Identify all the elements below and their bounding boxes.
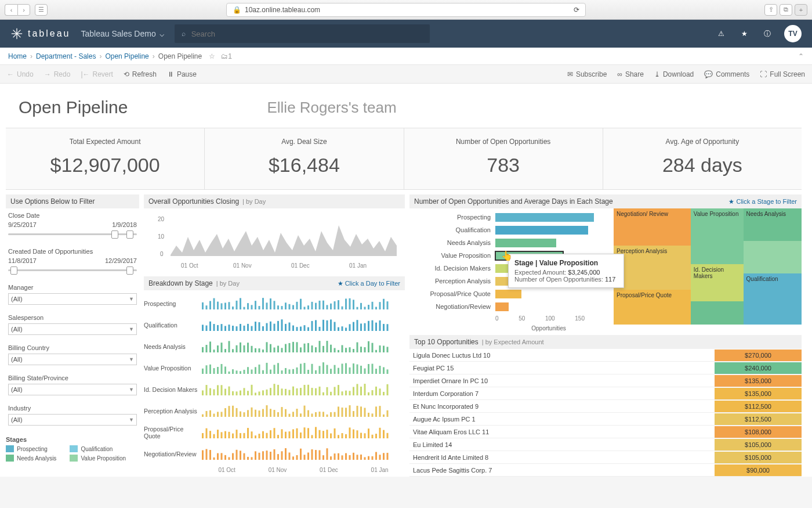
refresh-button[interactable]: ⟲Refresh xyxy=(124,70,157,78)
created-date-slider[interactable] xyxy=(8,266,137,275)
url-bar[interactable]: 🔒 10az.online.tableau.com ⟳ xyxy=(226,3,586,17)
treemap-cell[interactable]: Perception Analysis xyxy=(614,246,691,290)
breadcrumb-workbook[interactable]: Open Pipeline xyxy=(105,52,148,60)
top10-row[interactable]: Lacus Pede Sagittis Corp. 7$90,000 xyxy=(409,464,802,477)
comments-button[interactable]: 💬Comments xyxy=(704,70,749,78)
svg-rect-193 xyxy=(322,362,324,374)
subscribe-button[interactable]: ✉Subscribe xyxy=(567,70,607,78)
favorites-icon[interactable]: ★ xyxy=(738,27,751,40)
billing-state-select[interactable]: (All)▼ xyxy=(8,384,137,395)
breakdown-row[interactable]: Proposal/Price Quote xyxy=(144,421,405,443)
reload-icon[interactable]: ⟳ xyxy=(574,6,579,14)
search-input[interactable] xyxy=(191,30,423,38)
pause-button[interactable]: ⏸Pause xyxy=(167,70,197,78)
breakdown-hint[interactable]: ★ Click a Day to Filter xyxy=(338,280,400,287)
stage-bar-row[interactable]: Needs Analysis xyxy=(414,236,602,249)
legend-item[interactable]: Needs Analysis xyxy=(6,455,70,462)
svg-rect-224 xyxy=(251,384,253,395)
svg-rect-45 xyxy=(330,303,332,309)
breakdown-row[interactable]: Prospecting xyxy=(144,293,405,314)
closing-area-chart[interactable]: 20 10 0 01 Oct 01 Nov 01 Dec 01 Jan xyxy=(144,208,405,276)
share-button[interactable]: ∞Share xyxy=(617,70,644,78)
svg-rect-294 xyxy=(327,414,328,416)
breakdown-row[interactable]: Perception Analysis xyxy=(144,400,405,421)
back-button[interactable]: ‹ xyxy=(5,4,17,16)
breakdown-row[interactable]: Negotiation/Review xyxy=(144,443,405,464)
stage-bar-row[interactable]: Proposal/Price Quote xyxy=(414,287,602,300)
top10-row[interactable]: Imperdiet Ornare In PC 10$135,000 xyxy=(409,374,802,387)
svg-rect-331 xyxy=(277,435,279,438)
svg-rect-324 xyxy=(251,431,253,438)
breakdown-row[interactable]: Value Proposition xyxy=(144,357,405,379)
breakdown-row[interactable]: Qualification xyxy=(144,314,405,336)
avatar[interactable]: TV xyxy=(784,25,802,42)
svg-rect-19 xyxy=(232,306,234,309)
alerts-icon[interactable]: ⚠ xyxy=(715,27,727,40)
treemap-cell[interactable] xyxy=(691,301,744,325)
search-box[interactable]: ⌕ xyxy=(175,24,430,43)
kpi-card[interactable]: Avg. Age of Opportunity284 days xyxy=(603,128,802,189)
top10-row[interactable]: Interdum Corporation 7$135,000 xyxy=(409,387,802,400)
breadcrumb-home[interactable]: Home xyxy=(8,52,27,60)
treemap-cell[interactable]: Negotiation/ Review xyxy=(614,208,691,246)
top10-row[interactable]: Et Nunc Incorporated 9$112,500 xyxy=(409,400,802,413)
views-icon[interactable]: 🗂1 xyxy=(221,52,232,60)
breakdown-chart[interactable]: ProspectingQualificationNeeds AnalysisVa… xyxy=(144,290,405,467)
top10-row[interactable]: Hendrerit Id Ante Limited 8$105,000 xyxy=(409,451,802,464)
kpi-card[interactable]: Number of Open Opportunities783 xyxy=(404,128,603,189)
tableau-logo[interactable]: tableau xyxy=(10,27,71,40)
treemap-cell[interactable] xyxy=(744,241,802,273)
stage-bar-row[interactable]: Qualification xyxy=(414,224,602,236)
stages-hint[interactable]: ★ Click a Stage to Filter xyxy=(728,198,797,206)
top10-row[interactable]: Vitae Aliquam Eros LLC 11$108,000 xyxy=(409,426,802,438)
top10-row[interactable]: Ligula Donec Luctus Ltd 10$270,000 xyxy=(409,349,802,362)
star-icon[interactable]: ☆ xyxy=(209,52,215,60)
forward-button[interactable]: › xyxy=(17,4,30,16)
svg-rect-300 xyxy=(349,405,351,417)
svg-rect-358 xyxy=(379,427,381,438)
tabs-icon[interactable]: ⧉ xyxy=(780,4,792,16)
kpi-card[interactable]: Avg. Deal Size$16,484 xyxy=(205,128,404,189)
svg-rect-60 xyxy=(387,301,389,309)
revert-button[interactable]: |←Revert xyxy=(81,70,113,78)
breakdown-row[interactable]: Needs Analysis xyxy=(144,336,405,357)
industry-select[interactable]: (All)▼ xyxy=(8,414,137,426)
treemap-cell[interactable]: Proposal/Price Quote xyxy=(614,290,691,325)
legend-item[interactable]: Prospecting xyxy=(6,445,70,452)
top10-row[interactable]: Feugiat PC 15$240,000 xyxy=(409,362,802,374)
treemap[interactable]: Negotiation/ ReviewPerception AnalysisPr… xyxy=(614,208,802,325)
salesperson-select[interactable]: (All)▼ xyxy=(8,323,137,335)
treemap-cell[interactable]: Id. Decision Makers xyxy=(691,264,744,301)
undo-button[interactable]: ←Undo xyxy=(7,70,34,78)
share-icon[interactable]: ⇪ xyxy=(764,4,777,16)
workbook-selector[interactable]: Tableau Sales Demo ⌵ xyxy=(81,29,164,38)
stage-bar-row[interactable]: Prospecting xyxy=(414,211,602,224)
sidebar-button[interactable]: ☰ xyxy=(35,4,48,16)
treemap-cell[interactable]: Qualification xyxy=(744,273,802,325)
breadcrumb-dept[interactable]: Department - Sales xyxy=(36,52,96,60)
info-icon[interactable]: ⓘ xyxy=(761,27,774,40)
legend-item[interactable]: Qualification xyxy=(70,445,133,452)
top10-table[interactable]: Ligula Donec Luctus Ltd 10$270,000Feugia… xyxy=(409,349,802,477)
treemap-cell[interactable]: Needs Analysis xyxy=(744,208,802,241)
close-date-slider[interactable] xyxy=(8,230,137,239)
stages-bar-chart[interactable]: Stage | Value Proposition Expected Amoun… xyxy=(409,208,607,332)
fullscreen-button[interactable]: ⛶Full Screen xyxy=(760,70,805,78)
svg-rect-272 xyxy=(244,412,245,417)
legend-item[interactable]: Value Proposition xyxy=(70,455,133,462)
collapse-icon[interactable]: ⌃ xyxy=(798,52,804,60)
svg-rect-207 xyxy=(375,369,377,374)
manager-select[interactable]: (All)▼ xyxy=(8,293,137,305)
download-button[interactable]: ⤓Download xyxy=(654,70,694,78)
stage-bar-row[interactable]: Negotiation/Review xyxy=(414,300,602,313)
treemap-cell[interactable]: Value Proposition xyxy=(691,208,744,264)
redo-button[interactable]: →Redo xyxy=(44,70,71,78)
kpi-card[interactable]: Total Expected Amount$12,907,000 xyxy=(6,128,205,189)
new-tab-button[interactable]: + xyxy=(795,4,807,16)
svg-rect-307 xyxy=(375,406,377,417)
billing-country-select[interactable]: (All)▼ xyxy=(8,354,137,365)
breakdown-row[interactable]: Id. Decision Makers xyxy=(144,379,405,400)
svg-rect-159 xyxy=(383,345,385,352)
top10-row[interactable]: Augue Ac Ipsum PC 1$112,500 xyxy=(409,413,802,426)
top10-row[interactable]: Eu Limited 14$105,000 xyxy=(409,438,802,451)
